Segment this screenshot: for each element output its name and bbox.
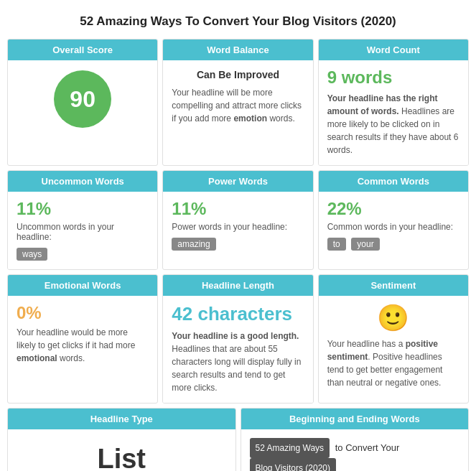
- overall-score-card: Overall Score 90: [7, 39, 158, 166]
- uncommon-words-tags: ways: [17, 246, 149, 261]
- uncommon-words-percent: 11%: [17, 199, 149, 219]
- overall-score-body: 90: [8, 60, 157, 138]
- tag-to: to: [327, 238, 346, 251]
- common-words-body: 22% Common words in your headline: to yo…: [319, 192, 468, 259]
- headline-length-body: 42 characters Your headline is a good le…: [163, 296, 312, 403]
- word-count-header: Word Count: [319, 39, 468, 60]
- tag-ways: ways: [17, 248, 47, 261]
- headline-length-card: Headline Length 42 characters Your headl…: [162, 274, 313, 404]
- emotional-words-percent: 0%: [17, 303, 149, 323]
- uncommon-words-label: Uncommon words in your headline:: [17, 222, 149, 242]
- beginning-ending-card: Beginning and Ending Words 52 Amazing Wa…: [241, 408, 470, 471]
- common-words-percent: 22%: [327, 199, 459, 219]
- power-words-body: 11% Power words in your headline: amazin…: [163, 192, 312, 259]
- score-circle: 90: [54, 70, 111, 128]
- headline-length-desc: Your headline is a good length. Headline…: [172, 330, 304, 394]
- word-count-card: Word Count 9 words Your headline has the…: [318, 39, 469, 166]
- power-words-header: Power Words: [163, 171, 312, 192]
- power-words-card: Power Words 11% Power words in your head…: [162, 170, 313, 270]
- emotional-words-card: Emotional Words 0% Your headline would b…: [7, 274, 158, 404]
- emotional-words-header: Emotional Words: [8, 275, 157, 296]
- begin-tag: 52 Amazing Ways: [250, 438, 330, 458]
- between-text: to Convert Your: [335, 442, 400, 453]
- sentiment-card: Sentiment 🙂 Your headline has a positive…: [318, 274, 469, 404]
- headline-type-card: Headline Type List List headlines with n…: [7, 408, 236, 471]
- common-words-header: Common Words: [319, 171, 468, 192]
- page-title: 52 Amazing Ways To Convert Your Blog Vis…: [7, 7, 469, 39]
- tag-amazing: amazing: [172, 238, 215, 251]
- end-tag: Blog Visitors (2020): [250, 458, 337, 471]
- common-words-card: Common Words 22% Common words in your he…: [318, 170, 469, 270]
- common-words-label: Common words in your headline:: [327, 222, 459, 232]
- word-count-value: 9 words: [327, 67, 459, 88]
- headline-length-header: Headline Length: [163, 275, 312, 296]
- word-balance-header: Word Balance: [163, 39, 312, 60]
- tag-your: your: [351, 238, 379, 251]
- beginning-ending-tags: 52 Amazing Ways to Convert Your Blog Vis…: [250, 438, 460, 471]
- word-balance-subtitle: Can Be Improved: [172, 69, 304, 80]
- uncommon-words-header: Uncommon Words: [8, 171, 157, 192]
- sentiment-body: 🙂 Your headline has a positive sentiment…: [319, 296, 468, 398]
- headline-type-header: Headline Type: [8, 409, 235, 429]
- beginning-ending-header: Beginning and Ending Words: [241, 409, 469, 429]
- word-count-desc: Your headline has the right amount of wo…: [327, 92, 459, 157]
- sentiment-emoji: 🙂: [327, 303, 459, 333]
- emotional-words-body: 0% Your headline would be more likely to…: [8, 296, 157, 373]
- overall-score-header: Overall Score: [8, 39, 157, 60]
- power-words-percent: 11%: [172, 199, 304, 219]
- common-words-tags: to your: [327, 236, 459, 251]
- headline-type-value: List: [17, 444, 227, 471]
- word-balance-body: Can Be Improved Your headline will be mo…: [163, 60, 312, 134]
- uncommon-words-body: 11% Uncommon words in your headline: way…: [8, 192, 157, 269]
- word-balance-desc: Your headline will be more compelling an…: [172, 86, 304, 125]
- headline-length-value: 42 characters: [172, 303, 304, 325]
- power-words-label: Power words in your headline:: [172, 222, 304, 232]
- word-balance-card: Word Balance Can Be Improved Your headli…: [162, 39, 313, 166]
- beginning-ending-body: 52 Amazing Ways to Convert Your Blog Vis…: [241, 429, 469, 471]
- word-count-body: 9 words Your headline has the right amou…: [319, 60, 468, 165]
- emotional-words-desc: Your headline would be more likely to ge…: [17, 326, 149, 365]
- headline-type-body: List List headlines with numbers and how…: [8, 429, 235, 471]
- power-words-tags: amazing: [172, 236, 304, 251]
- sentiment-header: Sentiment: [319, 275, 468, 296]
- uncommon-words-card: Uncommon Words 11% Uncommon words in you…: [7, 170, 158, 270]
- sentiment-desc: Your headline has a positive sentiment. …: [327, 337, 459, 389]
